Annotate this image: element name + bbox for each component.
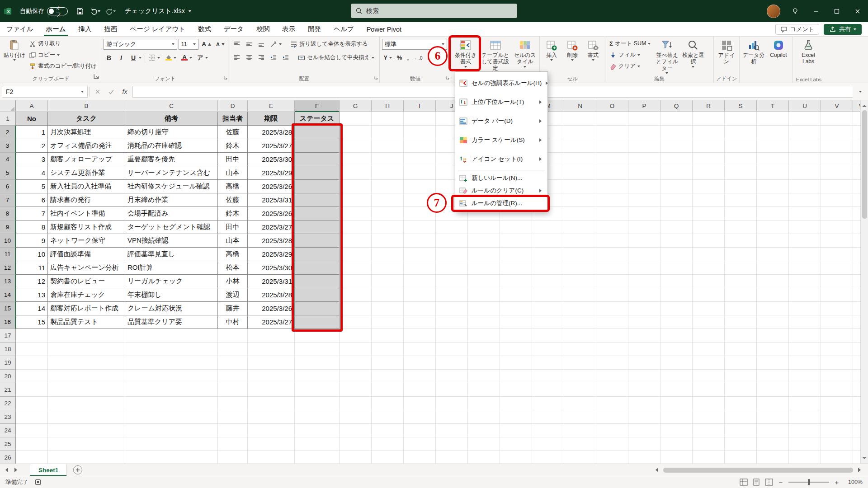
orientation-button[interactable] <box>268 38 283 50</box>
cell-G6[interactable] <box>340 180 372 193</box>
cell-R22[interactable] <box>693 397 725 410</box>
row-header-20[interactable]: 20 <box>0 370 16 383</box>
cell-B18[interactable] <box>48 343 125 356</box>
cell-B26[interactable] <box>48 451 125 464</box>
cell-P4[interactable] <box>628 153 660 166</box>
cell-Q1[interactable] <box>660 112 693 126</box>
cell-B2[interactable]: 月次決算処理 <box>48 126 125 139</box>
cell-H14[interactable] <box>372 288 404 302</box>
zoom-in-button[interactable]: + <box>834 479 840 486</box>
cell-V15[interactable] <box>821 302 853 315</box>
align-bottom-button[interactable] <box>256 38 267 50</box>
copilot-button[interactable]: Copilot <box>767 38 790 75</box>
cell-U24[interactable] <box>789 424 821 437</box>
comments-button[interactable]: コメント <box>775 24 819 35</box>
cell-U26[interactable] <box>789 451 821 464</box>
cell-D22[interactable] <box>218 397 248 410</box>
cell-G21[interactable] <box>340 383 372 397</box>
cell-C3[interactable]: 消耗品の在庫確認 <box>125 139 218 153</box>
cell-I10[interactable] <box>404 234 436 248</box>
cell-F8[interactable] <box>295 207 340 221</box>
cell-M26[interactable] <box>532 451 564 464</box>
cell-A23[interactable] <box>16 410 48 424</box>
cell-G12[interactable] <box>340 261 372 275</box>
row-header-14[interactable]: 14 <box>0 288 16 302</box>
cell-V20[interactable] <box>821 370 853 383</box>
cell-N21[interactable] <box>564 383 596 397</box>
cell-M17[interactable] <box>532 329 564 343</box>
cell-A24[interactable] <box>16 424 48 437</box>
cell-A5[interactable]: 4 <box>16 166 48 180</box>
cell-W9[interactable] <box>853 221 860 234</box>
cell-H6[interactable] <box>372 180 404 193</box>
cell-O25[interactable] <box>596 437 628 451</box>
cell-J19[interactable] <box>436 356 468 370</box>
cell-U9[interactable] <box>789 221 821 234</box>
cell-V2[interactable] <box>821 126 853 139</box>
cell-J25[interactable] <box>436 437 468 451</box>
page-break-view-icon[interactable] <box>765 479 773 486</box>
cell-B14[interactable]: 倉庫在庫チェック <box>48 288 125 302</box>
cell-D12[interactable]: 松本 <box>218 261 248 275</box>
cell-E21[interactable] <box>248 383 295 397</box>
cell-F26[interactable] <box>295 451 340 464</box>
search-box[interactable] <box>351 4 517 18</box>
cell-L12[interactable] <box>500 261 532 275</box>
row-header-11[interactable]: 11 <box>0 248 16 261</box>
undo-button[interactable] <box>88 0 103 22</box>
cell-G15[interactable] <box>340 302 372 315</box>
cell-M9[interactable] <box>532 221 564 234</box>
cell-T15[interactable] <box>757 302 789 315</box>
font-dialog-launcher[interactable] <box>223 74 228 82</box>
cell-P3[interactable] <box>628 139 660 153</box>
cell-J18[interactable] <box>436 343 468 356</box>
cell-H17[interactable] <box>372 329 404 343</box>
document-title[interactable]: チェックリスト.xlsx <box>118 7 198 15</box>
cell-C20[interactable] <box>125 370 218 383</box>
cell-L15[interactable] <box>500 302 532 315</box>
cell-W21[interactable] <box>853 383 860 397</box>
cell-B4[interactable]: 顧客フォローアップ <box>48 153 125 166</box>
row-header-9[interactable]: 9 <box>0 221 16 234</box>
cell-V8[interactable] <box>821 207 853 221</box>
cell-U14[interactable] <box>789 288 821 302</box>
cell-B20[interactable] <box>48 370 125 383</box>
cell-W4[interactable] <box>853 153 860 166</box>
column-header-S[interactable]: S <box>725 100 757 112</box>
cell-B23[interactable] <box>48 410 125 424</box>
cell-M13[interactable] <box>532 275 564 288</box>
cell-E13[interactable]: 2025/3/31 <box>248 275 295 288</box>
cell-O3[interactable] <box>596 139 628 153</box>
cell-I18[interactable] <box>404 343 436 356</box>
tab-draw[interactable]: 描画 <box>98 22 124 36</box>
align-center-button[interactable] <box>244 52 255 63</box>
cell-E18[interactable] <box>248 343 295 356</box>
cell-H12[interactable] <box>372 261 404 275</box>
cell-T26[interactable] <box>757 451 789 464</box>
cell-R2[interactable] <box>693 126 725 139</box>
cell-W23[interactable] <box>853 410 860 424</box>
cell-C18[interactable] <box>125 343 218 356</box>
cell-G7[interactable] <box>340 193 372 207</box>
cell-A26[interactable] <box>16 451 48 464</box>
menu-item-new-rule[interactable]: 新しいルール(N)... <box>455 172 547 184</box>
cell-Q22[interactable] <box>660 397 693 410</box>
cell-A18[interactable] <box>16 343 48 356</box>
cell-S8[interactable] <box>725 207 757 221</box>
cell-F25[interactable] <box>295 437 340 451</box>
cell-S23[interactable] <box>725 410 757 424</box>
cell-O14[interactable] <box>596 288 628 302</box>
cell-W8[interactable] <box>853 207 860 221</box>
cell-T21[interactable] <box>757 383 789 397</box>
alignment-dialog-launcher[interactable] <box>374 74 378 82</box>
cell-I11[interactable] <box>404 248 436 261</box>
cell-N4[interactable] <box>564 153 596 166</box>
copy-button[interactable]: コピー <box>27 49 99 61</box>
cell-P25[interactable] <box>628 437 660 451</box>
cell-O4[interactable] <box>596 153 628 166</box>
insert-cells-button[interactable]: 挿入 <box>542 38 561 75</box>
menu-item-top-bottom-rules[interactable]: 上位/下位ルール(T) <box>455 93 547 112</box>
cell-L10[interactable] <box>500 234 532 248</box>
cell-G1[interactable] <box>340 112 372 126</box>
cell-M15[interactable] <box>532 302 564 315</box>
